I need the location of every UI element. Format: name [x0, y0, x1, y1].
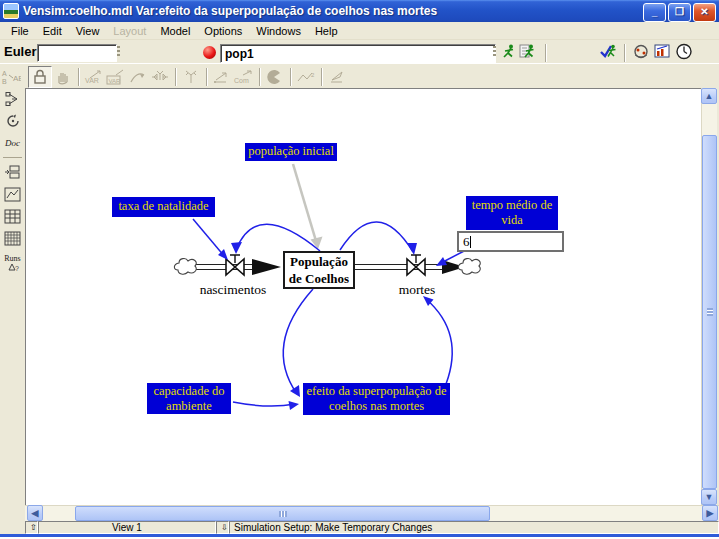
horizontal-scroll-thumb[interactable] [75, 506, 490, 521]
aux-efeito-superpopulacao[interactable]: efeito da superpopulação de coelhos nas … [303, 383, 450, 415]
toolbar-grip [117, 46, 120, 57]
equation-tool: 2 [295, 67, 317, 87]
sidebar-divider [3, 157, 22, 158]
table-tool[interactable] [0, 205, 25, 227]
flow-label-nascimentos[interactable]: nascimentos [187, 282, 279, 298]
window-title: Vensim:coelho.mdl Var:efeito da superpop… [23, 4, 437, 18]
svg-text:?: ? [15, 265, 19, 271]
text-abc-tool: A B ABC [0, 67, 22, 87]
document-tool[interactable]: Doc [0, 132, 25, 154]
variable-tool: VAR [83, 67, 105, 87]
time-clock-icon[interactable] [675, 43, 693, 62]
runs-compare-tool[interactable]: Runs ? [0, 249, 25, 275]
aux-populacao-inicial[interactable]: população inicial [245, 143, 337, 161]
var-glyph: VAR [85, 77, 99, 84]
comment-tool: Com [233, 67, 255, 87]
close-button[interactable]: ✕ [693, 3, 716, 22]
lock-tool[interactable] [28, 66, 52, 88]
red-status-ball-icon [203, 46, 216, 59]
input-output-tool [211, 67, 233, 87]
analysis-sidebar: Doc Runs ? [0, 88, 25, 521]
stock-populacao-de-coelhos[interactable]: População de Coelhos [283, 251, 355, 289]
scroll-up-button[interactable]: ▲ [701, 88, 717, 104]
aux-capacidade-ambiente[interactable]: capacidade do ambiente [147, 383, 231, 414]
aux-tempo-medio-vida[interactable]: tempo médio de vida [466, 196, 558, 230]
causes-strip-tool[interactable] [0, 161, 25, 183]
scroll-left-button[interactable]: ◀ [27, 505, 43, 521]
toolbar-grip-2 [493, 46, 496, 57]
graph-tool[interactable] [0, 183, 25, 205]
aux-taxa-natalidade[interactable]: taxa de natalidade [112, 197, 215, 217]
hand-move-tool [52, 67, 74, 87]
minimize-button[interactable]: _ [643, 3, 666, 22]
title-bar: Vensim:coelho.mdl Var:efeito da superpop… [0, 0, 719, 22]
abc-glyph: ABC [13, 74, 21, 83]
menu-layout: Layout [106, 23, 153, 39]
run-simulation-icon[interactable] [501, 43, 518, 62]
check-syntax-run-icon[interactable] [600, 43, 618, 62]
box-variable-tool: VAR [105, 67, 127, 87]
vensim-app-icon [3, 3, 19, 19]
menu-windows[interactable]: Windows [249, 23, 308, 39]
vertical-scroll-thumb[interactable] [702, 135, 717, 489]
menu-view[interactable]: View [69, 23, 107, 39]
run-batch-icon[interactable] [519, 43, 537, 62]
delete-pacman-tool [264, 67, 286, 87]
menu-bar: File Edit View Layout Model Options Wind… [0, 22, 719, 40]
model-settings-icon[interactable] [632, 43, 650, 62]
scroll-down-button[interactable]: ▼ [701, 489, 717, 505]
svg-text:A: A [2, 70, 7, 77]
menu-help[interactable]: Help [308, 23, 345, 39]
doc-label: Doc [5, 138, 20, 148]
sketch-canvas[interactable] [25, 88, 701, 505]
view-name[interactable]: View 1 [38, 521, 216, 534]
menu-model[interactable]: Model [153, 23, 197, 39]
table-time-tool[interactable] [0, 227, 25, 249]
menu-options[interactable]: Options [197, 23, 249, 39]
simulation-status: Simulation Setup: Make Temporary Changes [229, 521, 719, 534]
boxvar-glyph: VAR [109, 77, 122, 83]
view-up-button[interactable]: ⇧ [25, 521, 38, 534]
svg-text:2: 2 [311, 72, 315, 78]
rate-valve-tool [149, 67, 171, 87]
runs-label: Runs [4, 254, 20, 263]
tempo-medio-value-input[interactable]: 6 [457, 231, 564, 252]
svg-text:B: B [2, 78, 7, 85]
output-chart-icon[interactable] [654, 43, 672, 62]
text-caret [470, 236, 471, 248]
menu-file[interactable]: File [4, 23, 36, 39]
causes-tree-tool[interactable] [0, 88, 25, 110]
sim-setup-input[interactable] [37, 44, 117, 62]
sim-setup-toggle-button[interactable]: ⇩ [216, 521, 229, 534]
menu-edit[interactable]: Edit [36, 23, 69, 39]
reference-mode-tool [326, 67, 348, 87]
status-bar: ⇧ View 1 ⇩ Simulation Setup: Make Tempor… [0, 521, 719, 534]
restore-button[interactable]: ❐ [668, 3, 691, 22]
sketch-antenna-tool [180, 67, 202, 87]
flow-label-mortes[interactable]: mortes [393, 282, 441, 298]
com-glyph: Com [234, 77, 249, 84]
integrator-label: Euler [4, 44, 37, 59]
run-name-input[interactable] [220, 44, 496, 63]
sketch-toolbar: A B ABC VAR VAR Com [0, 63, 719, 89]
arrow-tool [127, 67, 149, 87]
scroll-right-button[interactable]: ▶ [702, 505, 718, 521]
loops-tool[interactable] [0, 110, 25, 132]
